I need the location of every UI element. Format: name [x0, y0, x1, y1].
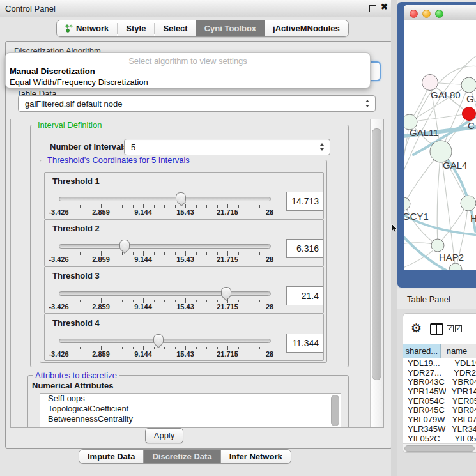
- slider-tick: [249, 347, 249, 349]
- slider-track[interactable]: [59, 291, 271, 296]
- table-row[interactable]: YBR043CYBR043C: [403, 377, 476, 387]
- network-node-red-node[interactable]: [463, 107, 476, 121]
- tab-label: Style: [126, 24, 146, 33]
- slider-tick: [175, 347, 176, 349]
- attribute-item-selfloops[interactable]: SelfLoops: [40, 394, 341, 404]
- close-icon[interactable]: ✖: [381, 2, 388, 12]
- table-row[interactable]: YER054CYER054C: [403, 396, 476, 406]
- cell-shared-name: YDL19...: [403, 358, 449, 368]
- tab-cyni-toolbox[interactable]: Cyni Toolbox: [196, 20, 265, 36]
- slider-thumb[interactable]: [176, 192, 186, 201]
- tab-style[interactable]: Style: [118, 20, 154, 36]
- list-scrollbar[interactable]: [331, 395, 339, 426]
- table-row[interactable]: YDL19...YDL19...: [403, 358, 476, 368]
- attribute-item-betweennesscentrality[interactable]: BetweennessCentrality: [40, 414, 341, 424]
- tick-label: 15.43: [176, 303, 194, 311]
- gear-icon[interactable]: ⚙: [411, 322, 422, 334]
- slider-track[interactable]: [59, 339, 271, 343]
- number-of-intervals-value: 5: [131, 142, 135, 152]
- network-edge[interactable]: [404, 122, 410, 187]
- attribute-item-topologicalcoefficient[interactable]: TopologicalCoefficient: [40, 404, 341, 414]
- slider-tick: [227, 346, 228, 350]
- threshold-label: Threshold 3: [52, 271, 100, 280]
- tab-jactivemnodules[interactable]: jActiveMNodules: [265, 20, 348, 36]
- network-highlight-edge[interactable]: [404, 231, 455, 270]
- slider-tick: [70, 252, 70, 255]
- network-canvas[interactable]: GAL80G.CGAL11GAL4GCY1HHAP2: [404, 20, 476, 270]
- checkbox-icon[interactable]: ✓: [455, 325, 462, 332]
- scrollbar-thumb[interactable]: [372, 128, 381, 380]
- slider-tick: [70, 300, 70, 302]
- slider-tick: [112, 252, 112, 255]
- slider-thumb[interactable]: [119, 240, 130, 249]
- slider-tick: [122, 252, 123, 255]
- network-node-gal4[interactable]: [430, 141, 452, 162]
- slider-tick: [122, 347, 123, 349]
- screen: Control Panel ✖ NetworkStyleSelectCyni T…: [0, 0, 476, 476]
- network-window[interactable]: GAL80G.CGAL11GAL4GCY1HHAP2: [397, 2, 476, 288]
- minimize-traffic-light-icon[interactable]: [422, 10, 431, 18]
- tab-network[interactable]: Network: [57, 20, 117, 36]
- dropdown-option-manual-discretization[interactable]: Manual Discretization: [6, 66, 370, 77]
- network-node-h-node[interactable]: [461, 196, 476, 211]
- column-header-shared[interactable]: shared...: [403, 344, 441, 358]
- threshold-value-field[interactable]: 11.344: [286, 334, 323, 353]
- slider-tick: [259, 205, 260, 208]
- apply-button[interactable]: Apply: [145, 428, 183, 443]
- table-data-select[interactable]: galFiltered.sif default node: [18, 95, 376, 112]
- bottom-tab-infer-network[interactable]: Infer Network: [220, 450, 291, 463]
- network-window-titlebar[interactable]: [404, 5, 476, 20]
- threshold-label: Threshold 1: [52, 176, 100, 186]
- scrollbar-thumb[interactable]: [404, 445, 475, 452]
- network-node-gal80[interactable]: [422, 75, 438, 91]
- table-row[interactable]: YPR145WYPR145W: [403, 387, 476, 396]
- bottom-tab-impute-data[interactable]: Impute Data: [79, 450, 143, 463]
- table-row[interactable]: YBL079WYBL079W: [403, 415, 476, 424]
- threshold-value-field[interactable]: 14.713: [286, 192, 323, 211]
- slider-track[interactable]: [59, 244, 271, 249]
- network-node-gcy1[interactable]: [404, 197, 410, 210]
- threshold-label: Threshold 2: [52, 224, 100, 233]
- dropdown-prompt-option[interactable]: Select algorithm to view settings: [6, 56, 370, 66]
- threshold-value-field[interactable]: 6.316: [286, 239, 323, 258]
- network-edge[interactable]: [437, 151, 441, 245]
- number-of-intervals-select[interactable]: 5: [124, 139, 330, 155]
- panel-scrollbar[interactable]: [370, 119, 383, 427]
- network-edge[interactable]: [404, 204, 438, 245]
- table-row[interactable]: YLR345WYLR345W: [403, 424, 476, 434]
- table-row[interactable]: YDR27...YDR27...: [403, 368, 476, 378]
- threshold-value-field[interactable]: 21.4: [286, 286, 323, 305]
- close-traffic-light-icon[interactable]: [410, 10, 418, 18]
- tab-label: jActiveMNodules: [273, 24, 340, 33]
- float-window-icon[interactable]: [369, 5, 376, 12]
- attributes-list[interactable]: SelfLoopsTopologicalCoefficientBetweenne…: [40, 393, 341, 427]
- table-header-row: shared...name: [403, 344, 476, 358]
- slider-tick: [143, 346, 144, 350]
- slider-tick: [175, 252, 176, 255]
- slider-tick: [196, 347, 197, 349]
- tick-label: 15.43: [176, 208, 194, 216]
- network-node-hap2[interactable]: [431, 239, 444, 252]
- slider-track[interactable]: [59, 197, 271, 201]
- slider-tick: [80, 205, 81, 208]
- split-pane-icon[interactable]: [430, 323, 443, 335]
- table-row[interactable]: YIL052CYIL052C: [403, 434, 476, 443]
- checkbox-icon[interactable]: ✓: [447, 325, 454, 332]
- slider-thumb[interactable]: [221, 287, 231, 296]
- horizontal-scrollbar[interactable]: [403, 443, 476, 452]
- network-icon: [65, 24, 73, 33]
- cell-shared-name: YIL052C: [403, 434, 449, 443]
- zoom-traffic-light-icon[interactable]: [435, 10, 443, 18]
- network-node-bottom-node[interactable]: [449, 263, 462, 270]
- slider-tick: [133, 347, 134, 349]
- dropdown-option-equal-width-frequency-discretization[interactable]: Equal Width/Frequency Discretization: [6, 77, 370, 88]
- slider-thumb[interactable]: [153, 334, 164, 343]
- table-row[interactable]: YBR045CYBR045C: [403, 405, 476, 415]
- column-header-name[interactable]: name: [441, 344, 476, 358]
- bottom-tab-discretize-data[interactable]: Discretize Data: [143, 450, 220, 463]
- tick-label: 2.859: [92, 350, 110, 358]
- slider-tick: [259, 300, 260, 302]
- network-node-g-node[interactable]: [461, 77, 476, 93]
- tab-select[interactable]: Select: [155, 20, 196, 36]
- table-panel-titlebar: Table Panel: [397, 289, 476, 309]
